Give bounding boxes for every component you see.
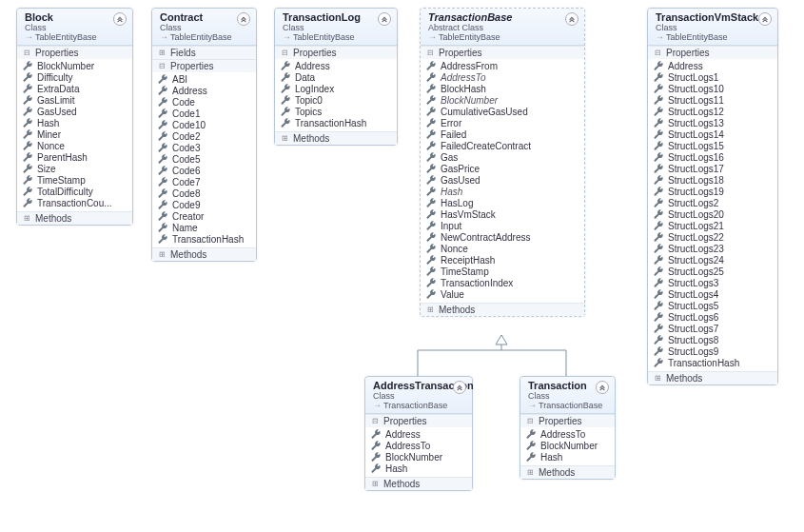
collapse-twisty-icon[interactable]: ⊟ — [426, 49, 435, 57]
property-item[interactable]: StructLogs11 — [652, 94, 774, 106]
property-item[interactable]: BlockHash — [424, 83, 580, 94]
section-header[interactable]: ⊞Methods — [648, 372, 777, 384]
class-tlog[interactable]: TransactionLogClass→TableEntityBase⊟Prop… — [274, 8, 398, 146]
property-item[interactable]: StructLogs1 — [652, 71, 774, 83]
class-header[interactable]: AddressTransactionClass→TransactionBase — [365, 377, 472, 414]
property-item[interactable]: StructLogs9 — [652, 345, 774, 357]
section-header[interactable]: ⊟Properties — [152, 60, 256, 72]
property-item[interactable]: StructLogs6 — [652, 311, 774, 323]
property-item[interactable]: Hash — [524, 451, 611, 463]
property-item[interactable]: StructLogs18 — [652, 174, 774, 186]
property-item[interactable]: Hash — [424, 186, 580, 197]
property-item[interactable]: StructLogs8 — [652, 334, 774, 345]
property-item[interactable]: GasUsed — [424, 174, 580, 186]
property-item[interactable]: StructLogs20 — [652, 208, 774, 220]
property-item[interactable]: Input — [424, 220, 580, 231]
property-item[interactable]: StructLogs17 — [652, 163, 774, 174]
collapse-icon[interactable] — [758, 12, 772, 26]
property-item[interactable]: Address — [279, 60, 393, 71]
collapse-twisty-icon[interactable]: ⊟ — [281, 49, 289, 57]
property-item[interactable]: Nonce — [424, 243, 580, 254]
expand-twisty-icon[interactable]: ⊞ — [158, 49, 167, 57]
collapse-icon[interactable] — [596, 381, 609, 394]
property-item[interactable]: AddressTo — [524, 428, 611, 440]
section-header[interactable]: ⊞Methods — [421, 304, 584, 316]
property-item[interactable]: Creator — [156, 210, 252, 222]
property-item[interactable]: TransactionHash — [279, 117, 393, 128]
section-header[interactable]: ⊞Methods — [365, 478, 472, 490]
property-item[interactable]: StructLogs16 — [652, 151, 774, 163]
section-header[interactable]: ⊟Properties — [275, 47, 397, 59]
collapse-twisty-icon[interactable]: ⊟ — [654, 49, 662, 57]
class-tx[interactable]: TransactionClass→TransactionBase⊟Propert… — [520, 376, 616, 480]
class-adtx[interactable]: AddressTransactionClass→TransactionBase⊟… — [364, 376, 473, 491]
property-item[interactable]: TransactionCou... — [21, 197, 128, 208]
collapse-twisty-icon[interactable]: ⊟ — [158, 62, 167, 70]
property-item[interactable]: StructLogs7 — [652, 323, 774, 334]
property-item[interactable]: Miner — [21, 128, 128, 140]
class-header[interactable]: TransactionLogClass→TableEntityBase — [275, 9, 397, 46]
class-block[interactable]: BlockClass→TableEntityBase⊟PropertiesBlo… — [16, 8, 133, 226]
property-item[interactable]: StructLogs24 — [652, 254, 774, 266]
section-header[interactable]: ⊞Methods — [520, 466, 615, 479]
section-header[interactable]: ⊟Properties — [648, 47, 777, 59]
expand-twisty-icon[interactable]: ⊞ — [526, 468, 535, 477]
property-item[interactable]: TotalDifficulty — [21, 186, 128, 197]
collapse-icon[interactable] — [565, 12, 578, 26]
property-item[interactable]: BlockNumber — [21, 60, 128, 71]
expand-twisty-icon[interactable]: ⊞ — [426, 305, 435, 314]
property-item[interactable]: AddressTo — [424, 71, 580, 83]
property-item[interactable]: StructLogs12 — [652, 106, 774, 117]
property-item[interactable]: GasLimit — [21, 94, 128, 106]
expand-twisty-icon[interactable]: ⊞ — [654, 374, 662, 383]
property-item[interactable]: Hash — [21, 117, 128, 128]
property-item[interactable]: Code5 — [156, 153, 252, 165]
property-item[interactable]: Code8 — [156, 187, 252, 199]
class-tbase[interactable]: TransactionBaseAbstract Class→TableEntit… — [420, 8, 585, 317]
section-header[interactable]: ⊟Properties — [365, 415, 472, 427]
property-item[interactable]: FailedCreateContract — [424, 140, 580, 151]
class-header[interactable]: TransactionVmStackClass→TableEntityBase — [648, 9, 777, 46]
property-item[interactable]: ReceiptHash — [424, 254, 580, 266]
property-item[interactable]: Topic0 — [279, 94, 393, 106]
property-item[interactable]: ABI — [156, 73, 252, 85]
collapse-icon[interactable] — [453, 381, 466, 394]
property-item[interactable]: Data — [279, 71, 393, 83]
property-item[interactable]: TransactionHash — [652, 357, 774, 368]
collapse-twisty-icon[interactable]: ⊟ — [23, 49, 31, 57]
class-header[interactable]: ContractClass→TableEntityBase — [152, 9, 256, 46]
section-header[interactable]: ⊞Methods — [17, 212, 132, 225]
property-item[interactable]: LogIndex — [279, 83, 393, 94]
property-item[interactable]: Nonce — [21, 140, 128, 151]
property-item[interactable]: HasVmStack — [424, 208, 580, 220]
property-item[interactable]: CumulativeGasUsed — [424, 106, 580, 117]
property-item[interactable]: Code6 — [156, 165, 252, 176]
property-item[interactable]: Code1 — [156, 108, 252, 119]
property-item[interactable]: BlockNumber — [424, 94, 580, 106]
property-item[interactable]: Code2 — [156, 130, 252, 142]
property-item[interactable]: StructLogs3 — [652, 277, 774, 288]
property-item[interactable]: Gas — [424, 151, 580, 163]
section-header[interactable]: ⊟Properties — [17, 47, 132, 59]
property-item[interactable]: StructLogs19 — [652, 186, 774, 197]
property-item[interactable]: StructLogs14 — [652, 128, 774, 140]
expand-twisty-icon[interactable]: ⊞ — [23, 214, 31, 223]
property-item[interactable]: StructLogs5 — [652, 300, 774, 311]
property-item[interactable]: Code — [156, 96, 252, 108]
collapse-icon[interactable] — [237, 12, 250, 26]
property-item[interactable]: StructLogs10 — [652, 83, 774, 94]
property-item[interactable]: BlockNumber — [524, 440, 611, 451]
property-item[interactable]: HasLog — [424, 197, 580, 208]
property-item[interactable]: Error — [424, 117, 580, 128]
property-item[interactable]: Address — [156, 85, 252, 96]
property-item[interactable]: GasPrice — [424, 163, 580, 174]
property-item[interactable]: StructLogs22 — [652, 231, 774, 243]
class-header[interactable]: TransactionClass→TransactionBase — [520, 377, 615, 414]
property-item[interactable]: TimeStamp — [21, 174, 128, 186]
section-header[interactable]: ⊟Properties — [421, 47, 584, 59]
property-item[interactable]: StructLogs13 — [652, 117, 774, 128]
property-item[interactable]: BlockNumber — [369, 451, 468, 463]
section-header[interactable]: ⊟Properties — [520, 415, 615, 427]
class-vms[interactable]: TransactionVmStackClass→TableEntityBase⊟… — [647, 8, 778, 385]
expand-twisty-icon[interactable]: ⊞ — [158, 250, 167, 259]
